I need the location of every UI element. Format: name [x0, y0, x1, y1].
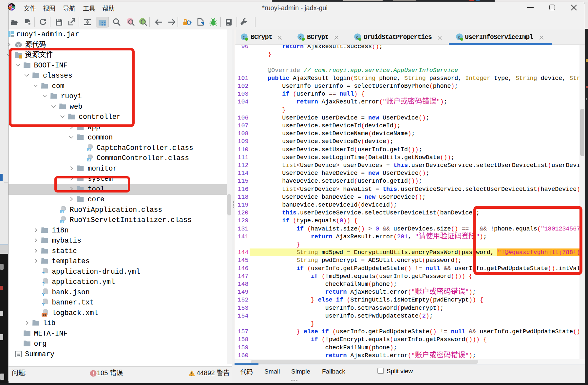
svg-text:c: c: [458, 35, 461, 40]
svg-text:<>: <>: [43, 313, 47, 317]
svg-text:?: ?: [42, 302, 45, 306]
svg-text:J: J: [88, 148, 90, 151]
svg-text:?: ?: [42, 271, 45, 275]
svg-text:J: J: [61, 210, 63, 213]
svg-text:J: J: [88, 158, 90, 162]
svg-text:c: c: [299, 35, 302, 40]
svg-text:c: c: [243, 35, 245, 40]
svg-text:J: J: [61, 220, 63, 224]
svg-text:?: ?: [42, 281, 45, 286]
svg-text:c: c: [356, 35, 359, 40]
svg-text:?: ?: [42, 291, 45, 296]
svg-text:DX: DX: [11, 7, 15, 10]
